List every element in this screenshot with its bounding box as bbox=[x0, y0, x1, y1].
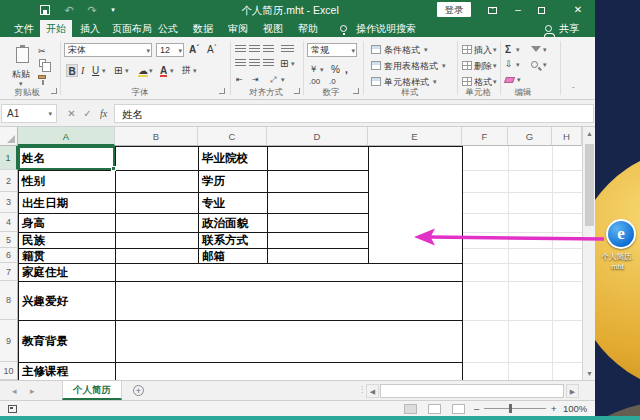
cell-B8-merged[interactable] bbox=[115, 281, 463, 321]
zoom-slider-track[interactable] bbox=[484, 408, 546, 409]
taskbar-edge-strip bbox=[0, 416, 640, 420]
zoom-level[interactable]: 100% bbox=[563, 403, 587, 415]
ie-browser-icon[interactable]: e bbox=[606, 219, 636, 249]
hscroll-left-icon[interactable]: ◀ bbox=[366, 384, 379, 398]
cell-A7[interactable]: 家庭住址 bbox=[18, 263, 116, 282]
ie-browser-icon-glyph: e bbox=[608, 221, 634, 247]
desktop-icon-label-line1[interactable]: 个人简历. bbox=[595, 252, 640, 261]
worksheet-grid: ABCDEFGH12345678910姓名毕业院校性别学历出生日期专业身高政治面… bbox=[0, 0, 595, 420]
row-header-4[interactable]: 4 bbox=[0, 213, 18, 232]
new-sheet-icon[interactable]: + bbox=[133, 385, 144, 396]
cell-A4[interactable]: 身高 bbox=[18, 213, 116, 233]
cell-C1[interactable]: 毕业院校 bbox=[198, 146, 268, 171]
cell-B10-merged[interactable] bbox=[115, 362, 463, 381]
cell-E1-merged-photo[interactable] bbox=[368, 146, 463, 264]
cell-D6[interactable] bbox=[267, 248, 369, 264]
row-header-1[interactable]: 1 bbox=[0, 146, 18, 170]
cell-C3[interactable]: 专业 bbox=[198, 192, 268, 214]
zoom-out-icon[interactable]: – bbox=[474, 403, 479, 415]
normal-view-icon[interactable] bbox=[404, 404, 417, 414]
page-break-view-icon[interactable] bbox=[452, 404, 465, 414]
column-header-B[interactable]: B bbox=[115, 127, 198, 146]
row-header-7[interactable]: 7 bbox=[0, 263, 18, 281]
page-layout-view-icon[interactable] bbox=[428, 404, 441, 414]
cell-A3[interactable]: 出生日期 bbox=[18, 192, 116, 214]
cell-C6[interactable]: 邮箱 bbox=[198, 248, 268, 264]
cell-D1[interactable] bbox=[267, 146, 369, 171]
cell-B4[interactable] bbox=[115, 213, 199, 233]
fill-handle[interactable] bbox=[111, 166, 116, 171]
desktop-background: e 个人简历. mht bbox=[595, 0, 640, 420]
horizontal-scrollbar[interactable] bbox=[380, 384, 564, 398]
cell-C2[interactable]: 学历 bbox=[198, 170, 268, 193]
cell-D4[interactable] bbox=[267, 213, 369, 233]
cell-A9[interactable]: 教育背景 bbox=[18, 320, 116, 363]
row-header-9[interactable]: 9 bbox=[0, 320, 18, 362]
column-header-F[interactable]: F bbox=[462, 127, 508, 146]
cell-B6[interactable] bbox=[115, 248, 199, 264]
cell-C5[interactable]: 联系方式 bbox=[198, 232, 268, 249]
row-header-10[interactable]: 10 bbox=[0, 362, 18, 380]
row-header-8[interactable]: 8 bbox=[0, 281, 18, 320]
cell-B1[interactable] bbox=[115, 146, 199, 171]
sheet-tab-bar: ◂ ▸ 个人简历 + ⋮ ◀ ▶ bbox=[0, 380, 595, 400]
column-header-H[interactable]: H bbox=[552, 127, 582, 146]
row-header-2[interactable]: 2 bbox=[0, 170, 18, 192]
zoom-slider-thumb[interactable] bbox=[509, 404, 512, 413]
next-sheet-icon[interactable]: ▸ bbox=[30, 385, 35, 397]
cell-D2[interactable] bbox=[267, 170, 369, 193]
row-header-5[interactable]: 5 bbox=[0, 232, 18, 248]
cell-B3[interactable] bbox=[115, 192, 199, 214]
column-header-G[interactable]: G bbox=[508, 127, 552, 146]
vertical-scrollbar[interactable]: ▲ ▼ bbox=[582, 127, 595, 380]
column-header-C[interactable]: C bbox=[198, 127, 267, 146]
column-header-A[interactable]: A bbox=[18, 127, 115, 146]
vertical-scrollbar-thumb[interactable] bbox=[585, 144, 594, 226]
column-header-D[interactable]: D bbox=[267, 127, 368, 146]
select-all-corner[interactable] bbox=[0, 127, 18, 146]
status-bar: – + 100% bbox=[0, 400, 595, 416]
screen: ↶ ↷ ▾ 个人简历.mht - Excel 登录 ˆ – ✕ 文件 开始 插入… bbox=[0, 0, 640, 420]
row-header-6[interactable]: 6 bbox=[0, 248, 18, 263]
cell-A5[interactable]: 民族 bbox=[18, 232, 116, 249]
cell-B7-merged[interactable] bbox=[115, 263, 463, 282]
cell-B5[interactable] bbox=[115, 232, 199, 249]
cell-D5[interactable] bbox=[267, 232, 369, 249]
column-header-E[interactable]: E bbox=[368, 127, 462, 146]
hscroll-right-icon[interactable]: ▶ bbox=[566, 384, 579, 398]
cell-D3[interactable] bbox=[267, 192, 369, 214]
desktop-icon-label-line2[interactable]: mht bbox=[595, 262, 640, 271]
cell-B2[interactable] bbox=[115, 170, 199, 193]
active-cell-selection[interactable] bbox=[18, 146, 115, 170]
row-header-3[interactable]: 3 bbox=[0, 192, 18, 213]
cell-A2[interactable]: 性别 bbox=[18, 170, 116, 193]
prev-sheet-icon[interactable]: ◂ bbox=[12, 385, 17, 397]
macro-record-icon[interactable] bbox=[8, 405, 17, 413]
cell-A6[interactable]: 籍贯 bbox=[18, 248, 116, 264]
cell-B9-merged[interactable] bbox=[115, 320, 463, 363]
tab-splitter[interactable]: ⋮ bbox=[358, 385, 366, 394]
cell-C4[interactable]: 政治面貌 bbox=[198, 213, 268, 233]
cell-A8[interactable]: 兴趣爱好 bbox=[18, 281, 116, 321]
sheet-tab-active[interactable]: 个人简历 bbox=[62, 381, 122, 400]
cell-A10[interactable]: 主修课程 bbox=[18, 362, 116, 381]
zoom-in-icon[interactable]: + bbox=[551, 403, 557, 415]
